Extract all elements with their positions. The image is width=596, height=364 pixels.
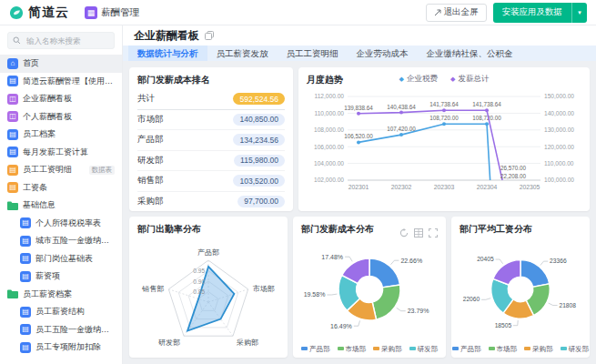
rank-row: 销售部103,520.00	[137, 171, 285, 192]
sidebar-item[interactable]: ◫企业薪酬看板	[0, 90, 122, 108]
exit-fullscreen-button[interactable]: 退出全屏	[426, 4, 487, 22]
legend-marker-icon: ◆	[450, 76, 455, 82]
svg-text:26,570.00: 26,570.00	[500, 165, 527, 171]
search-icon	[13, 36, 21, 45]
legend-marker-icon: ◆	[399, 76, 404, 82]
form-icon: ▤	[20, 342, 31, 353]
form-icon: ▤	[7, 182, 18, 193]
svg-text:22.66%: 22.66%	[400, 258, 422, 264]
folder-icon	[7, 201, 18, 210]
svg-text:202301: 202301	[349, 184, 369, 190]
legend-item[interactable]: 研发部	[561, 345, 590, 354]
sidebar-item[interactable]: ▤员工专项附加扣除	[0, 339, 122, 357]
svg-text:104,000.00: 104,000.00	[314, 160, 344, 167]
rank-card: 部门发薪成本排名 共计592,524.56市场部140,850.00产品部134…	[129, 67, 293, 211]
sidebar-item[interactable]: ▤部门岗位基础表	[0, 250, 122, 268]
svg-text:市场部: 市场部	[253, 285, 275, 293]
fullscreen-icon[interactable]	[429, 225, 438, 234]
svg-text:23.79%: 23.79%	[408, 308, 429, 314]
sidebar-item[interactable]: ▤员工档案	[0, 126, 122, 144]
cost-pie-chart: 22.66%23.79%16.49%19.58%17.48%	[293, 238, 446, 337]
salary-pie-chart: 2336621808185052206020405	[451, 238, 590, 337]
dashboard-icon: ◫	[7, 111, 18, 122]
install-app-button[interactable]: 安装应用及数据	[493, 3, 572, 23]
sidebar-item[interactable]: ▤城市五险一金缴纳比例	[0, 232, 122, 250]
sidebar-item-label: 员工薪资结构	[35, 306, 115, 318]
legend-item[interactable]: 市场部	[489, 345, 518, 354]
home-icon: ⌂	[7, 58, 18, 69]
sidebar-item[interactable]: ▤简道云薪酬管理【使用说明】	[0, 73, 122, 91]
sidebar-item-label: 薪资项	[35, 270, 115, 282]
legend-item[interactable]: ◆企业税费	[399, 74, 438, 83]
share-icon[interactable]	[205, 31, 214, 40]
form-icon: ▤	[7, 129, 18, 140]
rank-table: 共计592,524.56市场部140,850.00产品部134,234.56研发…	[129, 89, 293, 211]
svg-text:22,208.00: 22,208.00	[500, 173, 527, 179]
sidebar-nav: ⌂首页▤简道云薪酬管理【使用说明】◫企业薪酬看板◫个人薪酬看板▤员工档案▤每月发…	[0, 55, 122, 357]
salary-pie-legend: 产品部市场部采购部研发部	[451, 345, 590, 354]
sidebar-item[interactable]: ▤员工五险一金缴纳基数	[0, 321, 122, 339]
tab[interactable]: 数据统计与分析	[128, 46, 207, 61]
legend-marker-icon	[301, 347, 308, 350]
tab[interactable]: 企业缴纳社保、公积金	[418, 46, 522, 61]
sidebar-item[interactable]: ▤每月发薪工资计算	[0, 144, 122, 162]
sidebar-item[interactable]: ▤员工薪资结构	[0, 303, 122, 321]
legend-item[interactable]: 产品部	[452, 345, 481, 354]
sidebar-item[interactable]: ▤薪资项	[0, 268, 122, 286]
svg-text:112,000.00: 112,000.00	[314, 93, 344, 99]
legend-marker-icon	[452, 347, 459, 350]
radar-chart-title: 部门出勤率分布	[129, 217, 288, 238]
legend-item[interactable]: 产品部	[301, 345, 330, 354]
svg-text:研发部: 研发部	[158, 339, 180, 347]
svg-text:22060: 22060	[463, 296, 480, 302]
svg-text:16.49%: 16.49%	[330, 323, 352, 329]
svg-text:19.58%: 19.58%	[304, 291, 326, 298]
form-icon: ▤	[20, 307, 31, 318]
form-icon: ▤	[7, 147, 18, 157]
sidebar-item[interactable]: ▤个人所得税税率表	[0, 215, 122, 233]
workspace-badge[interactable]: ▦ 薪酬管理	[85, 6, 139, 19]
cost-pie-card: 部门发薪成本分布 22.	[293, 217, 446, 358]
legend-item[interactable]: ◆发薪总计	[450, 74, 489, 83]
tab[interactable]: 员工工资明细	[278, 46, 348, 61]
legend-item[interactable]: 采购部	[524, 345, 553, 354]
sidebar-item[interactable]: ▤工资条	[0, 179, 122, 197]
sidebar-item[interactable]: ⌂首页	[0, 55, 122, 73]
legend-item[interactable]: 采购部	[373, 345, 402, 354]
line-chart-legend: ◆企业税费◆发薪总计	[298, 74, 590, 85]
svg-text:130,000.00: 130,000.00	[544, 126, 574, 133]
svg-text:202302: 202302	[391, 184, 412, 190]
rank-value: 592,524.56	[233, 93, 285, 105]
jiandaoyun-logo-icon	[9, 5, 24, 20]
radar-chart-card: 部门出勤率分布 产品部市场部采购部研发部销售部0.950.900.85	[129, 217, 288, 358]
sidebar-item-badge: 数据表	[89, 166, 116, 175]
legend-marker-icon	[409, 347, 416, 350]
refresh-icon[interactable]	[399, 225, 409, 234]
svg-text:140,438.64: 140,438.64	[387, 104, 416, 110]
topbar: 简道云 ▦ 薪酬管理 退出全屏 安装应用及数据 ▾	[0, 0, 596, 25]
search-input[interactable]	[25, 35, 109, 46]
rank-row: 采购部97,700.00	[137, 192, 285, 212]
svg-text:120,000.00: 120,000.00	[544, 144, 574, 150]
sidebar-item[interactable]: 员工薪资档案	[0, 286, 122, 304]
legend-item[interactable]: 研发部	[409, 345, 439, 354]
table-view-icon[interactable]	[414, 225, 423, 234]
sidebar-item[interactable]: ▤员工工资明细数据表	[0, 161, 122, 179]
install-dropdown-button[interactable]: ▾	[571, 3, 587, 23]
sidebar-item-label: 员工五险一金缴纳基数	[35, 324, 115, 336]
sidebar-item[interactable]: ◫个人薪酬看板	[0, 108, 122, 126]
radar-chart: 产品部市场部采购部研发部销售部0.950.900.85	[129, 238, 288, 358]
sidebar-item-label: 首页	[23, 57, 115, 69]
svg-text:141,738.64: 141,738.64	[429, 101, 459, 107]
page-header: 企业薪酬看板	[123, 25, 596, 46]
tab[interactable]: 企业劳动成本	[348, 46, 418, 61]
sidebar-item[interactable]: 基础信息	[0, 197, 122, 215]
legend-item[interactable]: 市场部	[338, 345, 367, 354]
svg-text:107,420.00: 107,420.00	[387, 126, 416, 132]
dashboard-content: 部门发薪成本排名 共计592,524.56市场部140,850.00产品部134…	[123, 61, 596, 364]
svg-text:0.85: 0.85	[193, 288, 205, 295]
svg-text:18505: 18505	[495, 322, 512, 329]
sidebar-item-label: 基础信息	[23, 199, 115, 211]
tab[interactable]: 员工薪资发放	[207, 46, 278, 61]
logo-text: 简道云	[28, 5, 69, 21]
